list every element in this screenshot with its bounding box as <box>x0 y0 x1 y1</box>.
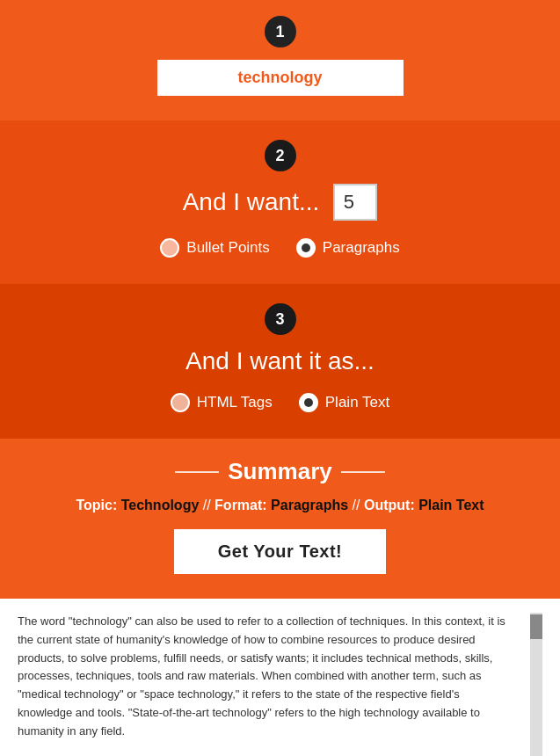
output-html-option[interactable]: HTML Tags <box>171 393 273 412</box>
html-label: HTML Tags <box>197 394 273 411</box>
summary-divider-right <box>341 471 385 473</box>
summary-section: Summary Topic: Technology // Format: Par… <box>0 439 560 599</box>
bullet-radio-circle[interactable] <box>160 238 179 258</box>
section-3: 3 And I want it as... HTML Tags Plain Te… <box>0 284 560 439</box>
section-1: 1 <box>0 0 560 120</box>
format-paragraphs-option[interactable]: Paragraphs <box>296 238 400 258</box>
paragraphs-radio-circle[interactable] <box>296 238 316 258</box>
and-i-want-label: And I want... <box>183 188 320 216</box>
output-label: Output: <box>364 498 415 512</box>
count-input[interactable] <box>333 184 377 221</box>
topic-input[interactable] <box>157 60 404 96</box>
summary-details: Topic: Technology // Format: Paragraphs … <box>76 498 484 513</box>
output-plain-option[interactable]: Plain Text <box>299 393 389 412</box>
plain-radio-circle[interactable] <box>299 393 318 412</box>
topic-value-text: Technology <box>121 498 200 512</box>
step-2-badge: 2 <box>265 140 296 171</box>
and-i-want-it-as-label: And I want it as... <box>185 347 375 375</box>
step-1-badge: 1 <box>265 16 296 47</box>
html-radio-circle[interactable] <box>171 393 190 412</box>
bullet-label: Bullet Points <box>186 239 270 257</box>
output-text: The word "technology" can also be used t… <box>18 613 530 756</box>
separator-2: // <box>353 498 364 512</box>
format-label: Format: <box>215 498 267 512</box>
scrollbar-thumb[interactable] <box>530 614 542 639</box>
summary-title: Summary <box>228 458 332 485</box>
output-value-text: Plain Text <box>418 498 484 512</box>
output-radio-group: HTML Tags Plain Text <box>171 393 389 412</box>
output-paragraph-2: The distinction between science, enginee… <box>18 753 513 756</box>
summary-divider-left <box>175 471 219 473</box>
format-radio-group: Bullet Points Paragraphs <box>160 238 399 258</box>
step-3-badge: 3 <box>265 303 296 335</box>
output-paragraph-1: The word "technology" can also be used t… <box>18 613 513 741</box>
scrollbar-track[interactable] <box>530 613 542 756</box>
summary-title-row: Summary <box>175 458 385 485</box>
separator-1: // <box>203 498 215 512</box>
paragraphs-label: Paragraphs <box>323 239 400 257</box>
section-2: 2 And I want... Bullet Points Paragraphs <box>0 120 560 284</box>
output-section: The word "technology" can also be used t… <box>0 599 560 756</box>
topic-label: Topic: <box>76 498 117 512</box>
format-value-text: Paragraphs <box>271 498 348 512</box>
plain-label: Plain Text <box>325 394 389 411</box>
get-text-button[interactable]: Get Your Text! <box>174 529 386 574</box>
format-bullet-option[interactable]: Bullet Points <box>160 238 270 258</box>
